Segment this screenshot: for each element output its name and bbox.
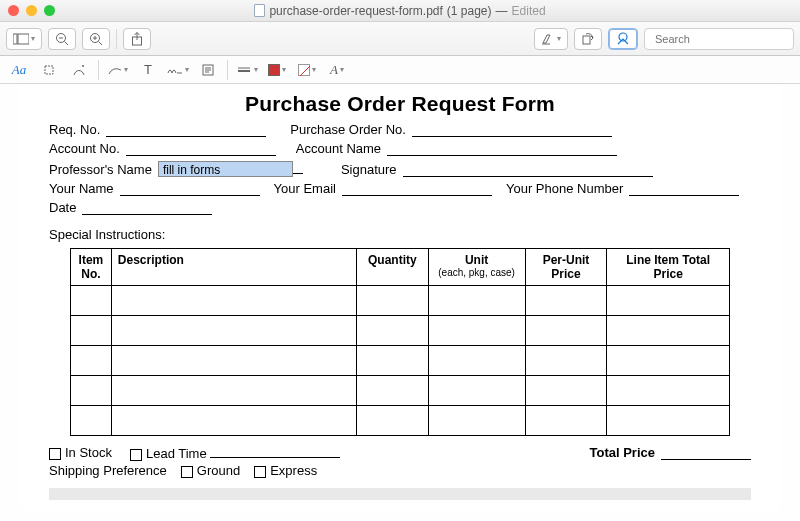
checkbox-express[interactable]: Express <box>254 463 317 478</box>
view-mode-button[interactable]: ▾ <box>6 28 42 50</box>
share-button[interactable] <box>123 28 151 50</box>
table-row[interactable] <box>71 286 730 316</box>
table-cell[interactable] <box>71 376 112 406</box>
svg-line-6 <box>99 41 103 45</box>
checkbox-in-stock[interactable]: In Stock <box>49 445 112 460</box>
field-signature[interactable] <box>403 163 653 177</box>
checkbox-lead-time[interactable]: Lead Time <box>130 444 340 461</box>
label-your-phone: Your Phone Number <box>506 181 623 196</box>
text-annotation-professor-name[interactable]: fill in forms <box>158 161 293 177</box>
table-row[interactable] <box>71 346 730 376</box>
table-cell[interactable] <box>607 286 730 316</box>
close-window-button[interactable] <box>8 5 19 16</box>
table-cell[interactable] <box>357 346 429 376</box>
text-style-button[interactable]: Aa <box>8 60 30 80</box>
field-your-phone[interactable] <box>629 182 739 196</box>
table-cell[interactable] <box>111 376 356 406</box>
instant-alpha-button[interactable] <box>68 60 90 80</box>
field-your-email[interactable] <box>342 182 492 196</box>
table-cell[interactable] <box>428 286 525 316</box>
zoom-window-button[interactable] <box>44 5 55 16</box>
svg-rect-12 <box>583 36 590 44</box>
table-cell[interactable] <box>111 316 356 346</box>
highlight-button[interactable]: ▾ <box>534 28 568 50</box>
table-cell[interactable] <box>357 406 429 436</box>
table-row[interactable] <box>71 316 730 346</box>
document-filename: purchase-order-request-form.pdf <box>269 4 442 18</box>
field-po-no[interactable] <box>412 123 612 137</box>
zoom-out-button[interactable] <box>48 28 76 50</box>
table-cell[interactable] <box>525 346 607 376</box>
border-color-button[interactable]: ▾ <box>266 60 288 80</box>
table-row[interactable] <box>71 406 730 436</box>
col-header-per-unit-price: Per-Unit Price <box>525 249 607 286</box>
document-viewport[interactable]: Purchase Order Request Form Req. No. Pur… <box>0 84 800 521</box>
label-your-name: Your Name <box>49 181 114 196</box>
pdf-page: Purchase Order Request Form Req. No. Pur… <box>19 84 781 510</box>
table-cell[interactable] <box>71 316 112 346</box>
field-your-name[interactable] <box>120 182 260 196</box>
items-table: Item No. Description Quantity Unit(each,… <box>70 248 730 436</box>
note-button[interactable] <box>197 60 219 80</box>
table-cell[interactable] <box>111 406 356 436</box>
col-header-item-no: Item No. <box>71 249 112 286</box>
table-cell[interactable] <box>607 346 730 376</box>
label-signature: Signature <box>341 162 397 177</box>
field-account-no[interactable] <box>126 142 276 156</box>
col-header-unit: Unit(each, pkg, case) <box>428 249 525 286</box>
title-separator: — <box>496 4 508 18</box>
table-cell[interactable] <box>428 376 525 406</box>
sign-button[interactable]: ▾ <box>167 60 189 80</box>
table-cell[interactable] <box>525 376 607 406</box>
document-edited-status: Edited <box>512 4 546 18</box>
shape-style-button[interactable]: ▾ <box>236 60 258 80</box>
document-page-count: (1 page) <box>447 4 492 18</box>
field-date[interactable] <box>82 201 212 215</box>
table-cell[interactable] <box>71 406 112 436</box>
fill-color-button[interactable]: ▾ <box>296 60 318 80</box>
markup-toolbar: Aa ▾ T ▾ ▾ ▾ ▾ A▾ <box>0 56 800 84</box>
font-button[interactable]: A▾ <box>326 60 348 80</box>
table-cell[interactable] <box>71 346 112 376</box>
table-cell[interactable] <box>607 406 730 436</box>
sketch-button[interactable]: ▾ <box>107 60 129 80</box>
table-cell[interactable] <box>428 346 525 376</box>
table-cell[interactable] <box>71 286 112 316</box>
table-cell[interactable] <box>607 316 730 346</box>
col-header-quantity: Quantity <box>357 249 429 286</box>
markup-button[interactable] <box>608 28 638 50</box>
rotate-button[interactable] <box>574 28 602 50</box>
search-input[interactable] <box>655 33 793 45</box>
traffic-lights <box>8 5 55 16</box>
document-icon <box>254 4 265 17</box>
table-cell[interactable] <box>357 286 429 316</box>
field-account-name[interactable] <box>387 142 617 156</box>
table-cell[interactable] <box>111 346 356 376</box>
zoom-in-button[interactable] <box>82 28 110 50</box>
table-cell[interactable] <box>428 406 525 436</box>
crop-button[interactable] <box>38 60 60 80</box>
table-cell[interactable] <box>111 286 356 316</box>
markup-separator <box>227 60 228 80</box>
table-cell[interactable] <box>357 376 429 406</box>
table-cell[interactable] <box>525 316 607 346</box>
chevron-down-icon: ▾ <box>557 34 561 43</box>
field-total-price[interactable] <box>661 446 751 460</box>
page-footer-strip <box>49 488 751 500</box>
svg-line-3 <box>65 41 69 45</box>
form-title: Purchase Order Request Form <box>49 92 751 116</box>
table-cell[interactable] <box>525 406 607 436</box>
table-cell[interactable] <box>607 376 730 406</box>
table-cell[interactable] <box>525 286 607 316</box>
label-req-no: Req. No. <box>49 122 100 137</box>
minimize-window-button[interactable] <box>26 5 37 16</box>
search-field[interactable] <box>644 28 794 50</box>
table-row[interactable] <box>71 376 730 406</box>
checkbox-ground[interactable]: Ground <box>181 463 240 478</box>
table-cell[interactable] <box>357 316 429 346</box>
svg-point-17 <box>82 65 84 67</box>
main-toolbar: ▾ ▾ <box>0 22 800 56</box>
field-req-no[interactable] <box>106 123 266 137</box>
text-tool-button[interactable]: T <box>137 60 159 80</box>
table-cell[interactable] <box>428 316 525 346</box>
